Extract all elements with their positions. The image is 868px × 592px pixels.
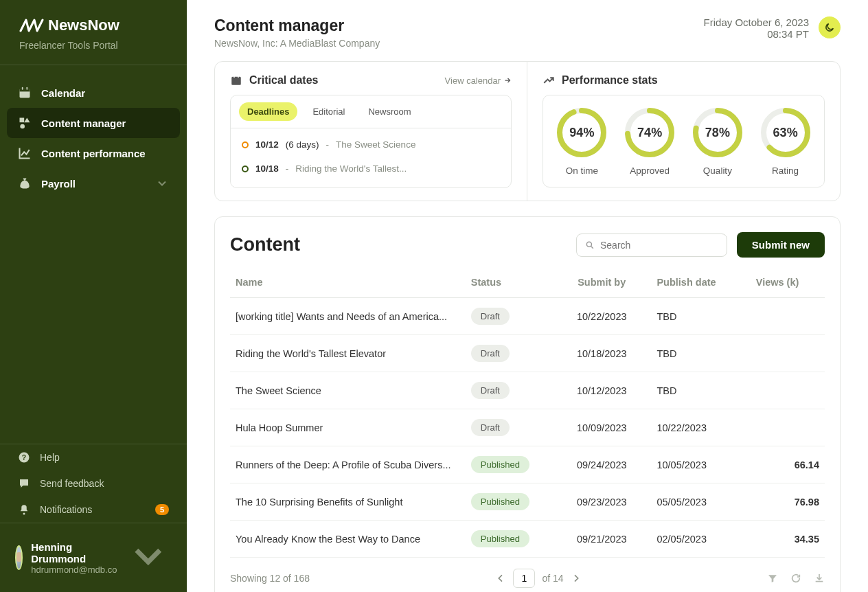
theme-toggle[interactable] [819,16,841,38]
cell-status: Published [466,483,552,521]
nav-calendar[interactable]: Calendar [7,78,180,108]
content-title: Content [230,234,300,255]
table-row[interactable]: Hula Hoop Summer Draft 10/09/2023 10/22/… [230,409,825,446]
col-name[interactable]: Name [230,267,466,298]
cell-publish: 10/22/2023 [651,409,750,446]
tab-deadlines[interactable]: Deadlines [239,102,297,121]
cell-views: 76.98 [751,483,825,521]
table-row[interactable]: The Sweet Science Draft 10/12/2023 TBD [230,372,825,409]
svg-point-8 [23,513,25,515]
help-icon: ? [18,451,30,464]
cell-views [751,298,825,335]
chevron-down-icon [155,177,169,190]
status-badge: Draft [471,308,510,325]
logo: NewsNow [19,16,168,34]
card-title: Critical dates [249,74,318,87]
gauge: 63% Rating [756,106,814,176]
tab-editorial[interactable]: Editorial [304,102,353,121]
cell-publish: 05/05/2023 [651,483,750,521]
download-icon[interactable] [814,573,825,584]
refresh-icon[interactable] [790,573,801,584]
table-row[interactable]: [working title] Wants and Needs of an Am… [230,298,825,335]
deadline-sep: - [286,163,289,174]
nav-content-performance[interactable]: Content performance [7,138,180,168]
gauge-value: 63% [760,106,812,159]
col-status[interactable]: Status [466,267,552,298]
col-publish[interactable]: Publish date [651,267,750,298]
svg-rect-11 [238,76,239,78]
gauge: 78% Quality [689,106,747,176]
shapes-icon [18,116,32,130]
cell-status: Published [466,446,552,483]
chat-icon [18,477,30,490]
critical-tabs-box: Deadlines Editorial Newsroom 10/12 (6 da… [230,95,512,188]
col-views[interactable]: Views (k) [751,267,825,298]
nav: Calendar Content manager Content perform… [0,65,187,198]
svg-rect-1 [20,89,30,91]
bell-icon [18,503,30,516]
main: Content manager NewsNow, Inc: A MediaBla… [187,0,868,592]
moon-icon [824,22,835,33]
status-badge: Draft [471,382,510,399]
gauge: 74% Approved [621,106,679,176]
critical-dates-card: Critical dates View calendar Deadlines E… [215,62,527,201]
nav-payroll[interactable]: Payroll [7,168,180,198]
tab-newsroom[interactable]: Newsroom [360,102,419,121]
status-badge: Published [471,456,529,473]
deadline-item[interactable]: 10/12 (6 days) - The Sweet Science [238,133,504,157]
submit-new-button[interactable]: Submit new [737,232,825,258]
deadline-item[interactable]: 10/18 - Riding the World's Tallest... [238,157,504,181]
status-badge: Draft [471,345,510,362]
table-row[interactable]: Runners of the Deep: A Profile of Scuba … [230,446,825,483]
user-email: hdrummond@mdb.co [31,565,117,575]
notifications-link[interactable]: Notifications 5 [0,497,187,523]
feedback-link[interactable]: Send feedback [0,470,187,497]
user-menu[interactable]: Henning Drummond hdrummond@mdb.co [0,523,187,592]
cell-publish: 10/05/2023 [651,446,750,483]
search-input-wrapper[interactable] [576,234,727,257]
cell-views: 66.14 [751,446,825,483]
status-badge: Published [471,530,529,547]
trend-up-icon [542,74,555,87]
deadline-days: (6 days) [286,139,319,150]
page-input[interactable] [513,569,535,588]
logo-text: NewsNow [48,16,119,34]
deadline-date: 10/12 [255,139,279,150]
pagination: Showing 12 of 168 of 14 [230,558,825,588]
pager-info: Showing 12 of 168 [230,573,310,584]
cell-name: The 10 Surprising Benefits of Sunlight [230,483,466,521]
view-calendar-link[interactable]: View calendar [445,76,512,86]
gauge-ring: 78% [692,106,744,159]
chevron-down-icon [125,533,172,582]
help-link[interactable]: ? Help [0,444,187,470]
svg-rect-2 [22,87,23,90]
cell-submit: 10/09/2023 [552,409,651,446]
nav-content-manager[interactable]: Content manager [7,108,180,138]
cards-row: Critical dates View calendar Deadlines E… [214,61,841,201]
portal-subtitle: Freelancer Tools Portal [19,40,168,51]
nav-label: Content performance [41,148,146,159]
table-row[interactable]: Riding the World's Tallest Elevator Draf… [230,335,825,372]
cell-name: Runners of the Deep: A Profile of Scuba … [230,446,466,483]
col-submit-by[interactable]: Submit by [552,267,651,298]
chevron-right-icon[interactable] [571,573,582,584]
nav-label: Payroll [41,178,76,190]
deadline-date: 10/18 [255,163,279,174]
deadline-title: Riding the World's Tallest... [295,163,407,174]
gauge-label: Quality [703,166,732,176]
svg-point-5 [20,124,25,129]
cell-publish: 02/05/2023 [651,521,750,558]
chevron-left-icon[interactable] [495,573,506,584]
calendar-icon [18,86,32,100]
card-title: Performance stats [562,74,658,87]
cell-status: Draft [466,335,552,372]
search-input[interactable] [600,240,718,251]
filter-icon[interactable] [767,573,778,584]
gauge-label: Approved [630,166,670,176]
table-row[interactable]: You Already Know the Best Way to Dance P… [230,521,825,558]
table-row[interactable]: The 10 Surprising Benefits of Sunlight P… [230,483,825,521]
svg-rect-9 [231,77,241,85]
gauge-ring: 63% [760,106,812,159]
page-subtitle: NewsNow, Inc: A MediaBlast Company [214,38,380,49]
page-title: Content manager [214,16,380,35]
